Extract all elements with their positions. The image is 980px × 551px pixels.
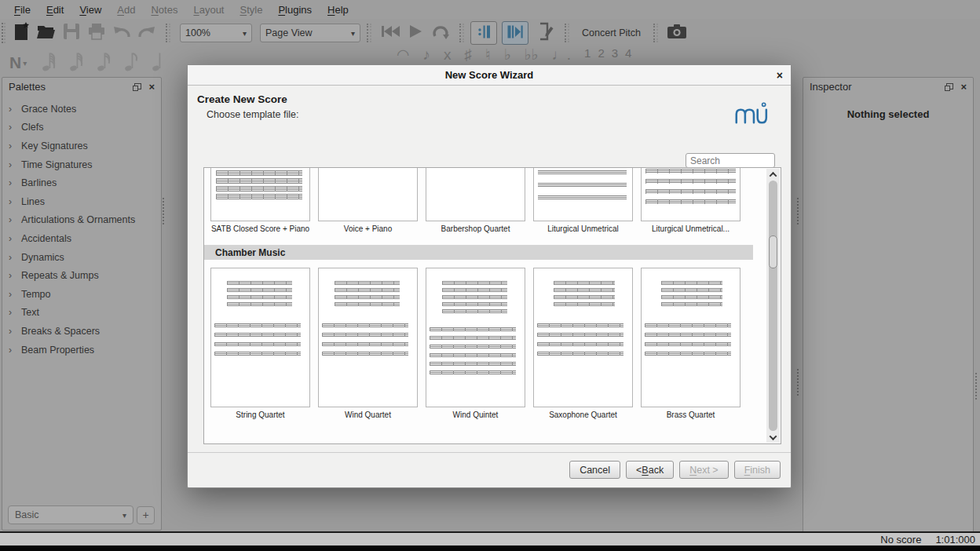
template-card-liturgical-unmetrical-[interactable]: Liturgical Unmetrical... — [641, 168, 740, 234]
scroll-down-icon[interactable] — [766, 432, 780, 443]
dock-resize-handle[interactable] — [975, 373, 979, 400]
template-card-brass-quartet[interactable]: Brass Quartet — [641, 268, 740, 420]
accidental-glyph[interactable]: ♩. — [552, 47, 571, 62]
template-card-string-quartet[interactable]: String Quartet — [210, 268, 310, 420]
play-button[interactable] — [403, 21, 428, 45]
accidental-glyph[interactable]: ♭ — [504, 47, 511, 62]
palette-item-dynamics[interactable]: ›Dynamics — [2, 248, 161, 267]
note-quarter-icon[interactable] — [151, 61, 167, 75]
note-64th-icon[interactable] — [41, 61, 57, 75]
chevron-down-icon[interactable]: ▾ — [23, 59, 27, 68]
template-card-satb-closed-score-piano[interactable]: SATB Closed Score + Piano — [210, 168, 310, 234]
template-scrollbar[interactable] — [766, 169, 780, 443]
note-16th-icon[interactable] — [96, 61, 112, 75]
template-card-liturgical-unmetrical[interactable]: Liturgical Unmetrical — [533, 168, 633, 234]
template-thumbnail — [318, 268, 418, 407]
palette-item-tempo[interactable]: ›Tempo — [2, 285, 161, 304]
float-panel-icon[interactable] — [134, 83, 141, 89]
palette-preset-select[interactable]: Basic ▾ — [8, 505, 133, 524]
palette-item-articulations-ornaments[interactable]: ›Articulations & Ornaments — [2, 211, 161, 230]
accidental-glyph[interactable]: ♮ — [485, 47, 491, 62]
scroll-up-icon[interactable] — [766, 169, 780, 180]
palette-item-grace-notes[interactable]: ›Grace Notes — [2, 100, 161, 119]
template-card-saxophone-quartet[interactable]: Saxophone Quartet — [533, 268, 633, 420]
concert-pitch-button[interactable]: Concert Pitch — [576, 27, 647, 38]
toolbar-drag-handle[interactable] — [2, 23, 5, 43]
accidental-glyph[interactable]: ♪ — [423, 47, 431, 62]
dialog-titlebar[interactable]: New Score Wizard × — [188, 65, 791, 86]
image-capture-button[interactable] — [664, 21, 689, 45]
redo-button[interactable] — [134, 21, 159, 45]
repeat-marks-toggle[interactable] — [470, 21, 497, 45]
voice-1-button[interactable]: 1 — [584, 47, 591, 59]
scrollbar-track[interactable] — [769, 181, 777, 431]
close-icon[interactable]: × — [148, 82, 155, 92]
view-mode-select[interactable]: Page View ▾ — [260, 24, 360, 42]
cancel-button[interactable]: Cancel — [569, 461, 620, 479]
loop-icon — [431, 23, 450, 43]
finish-button[interactable]: Finish — [734, 461, 781, 479]
dock-resize-handle[interactable] — [797, 369, 801, 396]
menu-add[interactable]: Add — [109, 4, 143, 16]
palette-item-beam-properties[interactable]: ›Beam Properties — [2, 341, 161, 359]
close-icon[interactable]: × — [777, 69, 783, 82]
undo-button[interactable] — [109, 21, 134, 45]
palette-item-clefs[interactable]: ›Clefs — [2, 119, 161, 137]
dock-resize-handle[interactable] — [163, 198, 166, 224]
chevron-down-icon: ▾ — [343, 29, 355, 38]
voice-3-button[interactable]: 3 — [612, 47, 618, 59]
new-score-button[interactable] — [9, 21, 34, 45]
palette-item-time-signatures[interactable]: ›Time Signatures — [2, 155, 161, 174]
open-file-button[interactable] — [34, 21, 59, 45]
template-card-wind-quartet[interactable]: Wind Quartet — [318, 268, 418, 420]
menu-edit[interactable]: Edit — [38, 4, 71, 16]
chevron-right-icon: › — [9, 270, 21, 281]
dock-resize-handle[interactable] — [797, 198, 801, 224]
dialog-heading: Create New Score — [197, 93, 287, 105]
menu-file[interactable]: File — [6, 4, 38, 16]
menu-notes[interactable]: Notes — [143, 4, 185, 16]
voice-2-button[interactable]: 2 — [598, 47, 604, 59]
loop-playback-button[interactable] — [428, 21, 453, 45]
note-32nd-icon[interactable] — [68, 61, 85, 75]
play-repeats-toggle[interactable] — [502, 21, 528, 45]
add-palette-button[interactable]: + — [137, 506, 155, 524]
palette-item-repeats-jumps[interactable]: ›Repeats & Jumps — [2, 266, 161, 285]
save-button[interactable] — [59, 21, 84, 45]
zoom-select[interactable]: 100% ▾ — [180, 24, 252, 42]
menu-layout[interactable]: Layout — [185, 4, 232, 16]
menu-help[interactable]: Help — [320, 4, 357, 16]
palette-item-breaks-spacers[interactable]: ›Breaks & Spacers — [2, 322, 161, 341]
menu-style[interactable]: Style — [232, 4, 270, 16]
palette-item-key-signatures[interactable]: ›Key Signatures — [2, 137, 161, 155]
search-input[interactable] — [686, 153, 775, 168]
scrollbar-thumb[interactable] — [769, 235, 777, 268]
accidental-glyph[interactable]: x — [444, 47, 452, 62]
float-panel-icon[interactable] — [946, 83, 953, 89]
template-card-voice-piano[interactable]: Voice + Piano — [318, 168, 418, 234]
back-button[interactable]: < Back — [626, 461, 674, 479]
open-folder-icon — [36, 23, 57, 43]
menu-plugins[interactable]: Plugins — [270, 4, 320, 16]
palette-item-accidentals[interactable]: ›Accidentals — [2, 229, 161, 248]
voice-4-button[interactable]: 4 — [625, 47, 631, 59]
rewind-button[interactable] — [378, 21, 403, 45]
template-thumbnail — [210, 268, 310, 407]
palette-item-text[interactable]: ›Text — [2, 304, 161, 323]
template-card-barbershop-quartet[interactable]: Barbershop Quartet — [426, 168, 525, 234]
note-input-button[interactable]: N — [9, 53, 21, 72]
palette-item-label: Grace Notes — [21, 104, 76, 115]
note-eighth-icon[interactable] — [123, 61, 140, 75]
palette-item-lines[interactable]: ›Lines — [2, 192, 161, 211]
close-icon[interactable]: × — [960, 82, 967, 92]
print-button[interactable] — [84, 21, 109, 45]
menu-view[interactable]: View — [71, 4, 109, 16]
accidental-glyph[interactable]: ♯ — [465, 47, 473, 62]
accidental-glyph[interactable]: ◠ — [397, 47, 410, 62]
accidental-glyph[interactable]: ♭♭ — [525, 47, 539, 62]
pan-score-button[interactable] — [533, 21, 558, 45]
next-button[interactable]: Next > — [679, 461, 728, 479]
template-card-wind-quintet[interactable]: Wind Quintet — [426, 268, 525, 420]
chevron-right-icon: › — [9, 122, 21, 133]
palette-item-barlines[interactable]: ›Barlines — [2, 173, 161, 192]
